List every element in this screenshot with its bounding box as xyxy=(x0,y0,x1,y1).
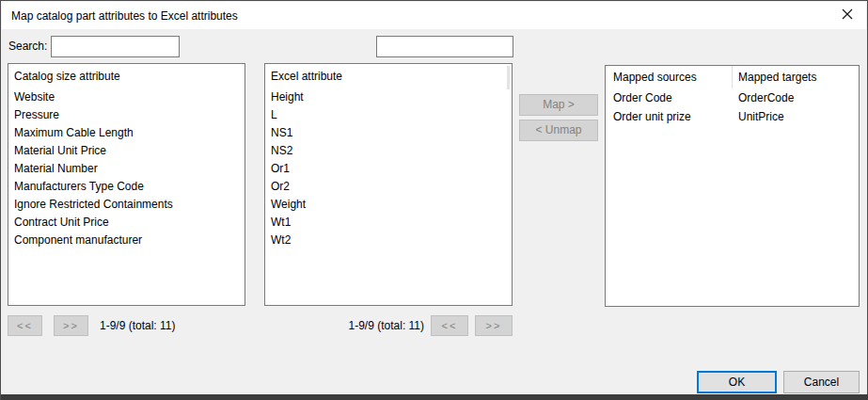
excel-list-item[interactable]: L xyxy=(265,106,512,124)
catalog-list-item[interactable]: Ignore Restricted Containments xyxy=(8,196,245,214)
ok-button[interactable]: OK xyxy=(697,371,777,393)
mapped-table-header: Mapped sources Mapped targets xyxy=(606,66,859,88)
catalog-list-item[interactable]: Component manufacturer xyxy=(8,232,245,249)
excel-attribute-list: Excel attribute HeightLNS1NS2Or1Or2Weigh… xyxy=(264,63,513,306)
mapped-table-row[interactable]: Order unit prizeUnitPrice xyxy=(606,107,859,126)
cell-source: Order Code xyxy=(606,88,733,107)
catalog-list-header: Catalog size attribute xyxy=(8,64,245,88)
excel-list-item[interactable]: Height xyxy=(265,88,512,106)
excel-pager-prev-button[interactable]: << xyxy=(431,315,468,336)
catalog-pager-next-button[interactable]: >> xyxy=(54,315,88,336)
titlebar: Map catalog part attributes to Excel att… xyxy=(2,2,866,29)
search-label: Search: xyxy=(8,36,47,57)
excel-list-item[interactable]: Or1 xyxy=(265,160,512,178)
catalog-list-item[interactable]: Material Number xyxy=(8,160,245,178)
close-icon xyxy=(842,8,853,23)
catalog-list-item[interactable]: Maximum Cable Length xyxy=(8,124,245,142)
excel-list-item[interactable]: NS1 xyxy=(265,124,512,142)
background-window-strip xyxy=(1,394,868,400)
catalog-list-item[interactable]: Manufacturers Type Code xyxy=(8,178,245,196)
excel-list-item[interactable]: NS2 xyxy=(265,142,512,160)
cell-source: Order unit prize xyxy=(606,107,733,126)
excel-list-header: Excel attribute xyxy=(265,64,512,88)
cell-target: UnitPrice xyxy=(733,107,859,126)
excel-list-item[interactable]: Wt1 xyxy=(265,214,512,232)
mapped-targets-header: Mapped targets xyxy=(733,66,859,88)
excel-pager-status: 1-9/9 (total: 11) xyxy=(321,315,424,336)
mapped-attributes-table: Mapped sources Mapped targets Order Code… xyxy=(605,65,860,307)
excel-pager-next-button[interactable]: >> xyxy=(475,315,513,336)
excel-list-item[interactable]: Weight xyxy=(265,196,512,214)
mapped-sources-header: Mapped sources xyxy=(606,66,733,88)
cell-target: OrderCode xyxy=(733,88,859,107)
mapped-table-row[interactable]: Order CodeOrderCode xyxy=(606,88,859,107)
catalog-list-item[interactable]: Contract Unit Price xyxy=(8,214,245,232)
catalog-pager-status: 1-9/9 (total: 11) xyxy=(100,315,175,336)
close-button[interactable] xyxy=(831,4,863,26)
catalog-search-input[interactable] xyxy=(51,36,180,57)
excel-list-item[interactable]: Or2 xyxy=(265,178,512,196)
window-title: Map catalog part attributes to Excel att… xyxy=(2,9,238,23)
catalog-list-item[interactable]: Website xyxy=(8,88,245,106)
map-button[interactable]: Map > xyxy=(519,94,598,116)
catalog-pager-prev-button[interactable]: << xyxy=(8,315,42,336)
catalog-list-item[interactable]: Material Unit Price xyxy=(8,142,245,160)
unmap-button[interactable]: < Unmap xyxy=(519,120,598,141)
catalog-attribute-list: Catalog size attribute WebsitePressureMa… xyxy=(8,63,245,306)
catalog-list-items: WebsitePressureMaximum Cable LengthMater… xyxy=(8,88,245,249)
excel-search-input[interactable] xyxy=(376,36,513,57)
map-attributes-dialog: Map catalog part attributes to Excel att… xyxy=(0,0,868,400)
excel-list-item[interactable]: Wt2 xyxy=(265,232,512,249)
catalog-list-item[interactable]: Pressure xyxy=(8,106,245,124)
scrollbar-remnant xyxy=(507,66,510,89)
mapped-table-rows: Order CodeOrderCodeOrder unit prizeUnitP… xyxy=(606,88,859,126)
excel-list-items: HeightLNS1NS2Or1Or2WeightWt1Wt2 xyxy=(265,88,512,249)
cancel-button[interactable]: Cancel xyxy=(783,371,860,393)
